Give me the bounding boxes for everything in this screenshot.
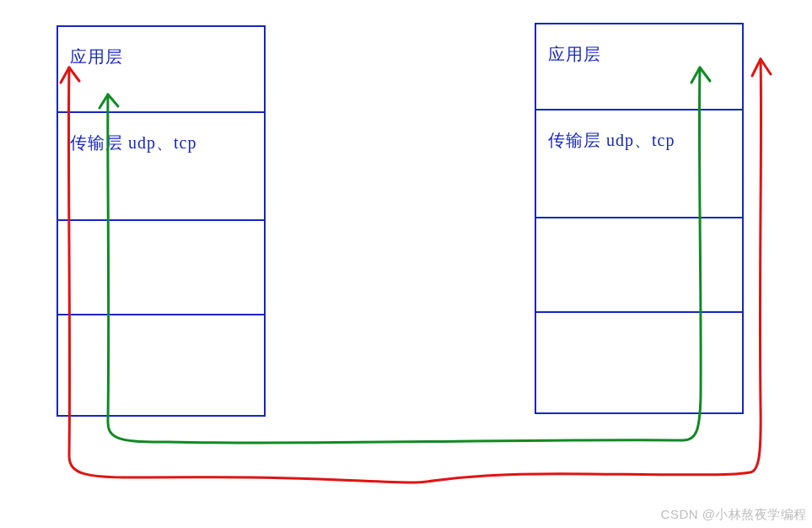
- watermark: CSDN @小林熬夜学编程: [661, 507, 807, 523]
- red-arrow-head-right: [752, 59, 771, 76]
- left-row-3: [58, 221, 264, 315]
- left-row-4: [58, 315, 264, 415]
- left-row-2: 传输层 udp、tcp: [58, 113, 264, 221]
- right-row-3: [536, 218, 742, 313]
- left-stack: 应用层 传输层 udp、tcp: [56, 25, 266, 417]
- right-row-1: 应用层: [536, 24, 742, 110]
- right-row-2-label: 传输层 udp、tcp: [548, 131, 675, 149]
- right-row-1-label: 应用层: [548, 45, 601, 63]
- right-stack: 应用层 传输层 udp、tcp: [535, 23, 744, 414]
- right-row-4: [536, 313, 742, 412]
- left-row-1-label: 应用层: [70, 47, 123, 66]
- left-row-2-label: 传输层 udp、tcp: [70, 133, 196, 152]
- right-row-2: 传输层 udp、tcp: [536, 110, 742, 218]
- left-row-1: 应用层: [58, 27, 264, 113]
